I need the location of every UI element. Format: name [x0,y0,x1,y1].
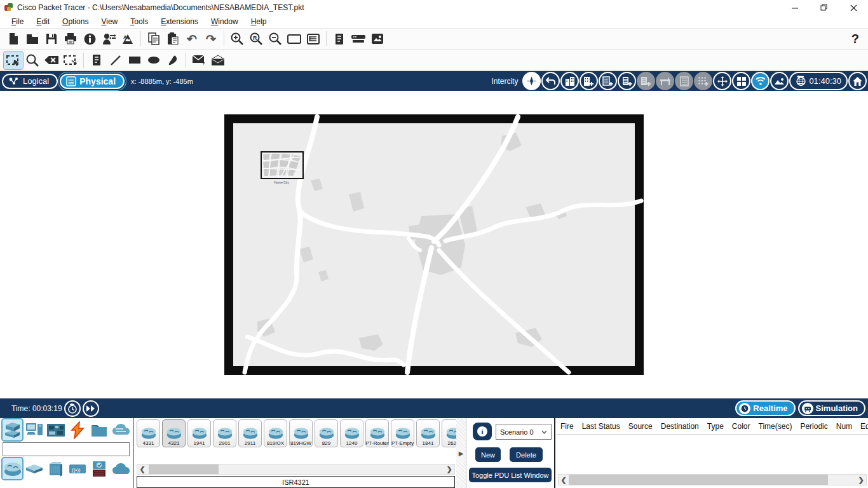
open-icon[interactable] [23,30,42,48]
menu-window[interactable]: Window [205,16,245,27]
home-city-object[interactable] [261,151,304,179]
palette-dialog-icon[interactable] [304,30,323,48]
device-2911[interactable]: 2911 [238,419,262,447]
routers-icon[interactable] [3,458,22,479]
scenario-dropdown[interactable]: Scenario 0 [496,424,552,440]
add-complex-pdu-icon[interactable] [208,51,227,69]
network-devices-icon[interactable] [3,419,22,440]
delete-tool-icon[interactable] [42,51,61,69]
fast-forward-icon[interactable] [83,400,99,417]
restore-button[interactable] [810,0,839,15]
new-city-icon[interactable] [560,72,579,90]
device-829[interactable]: 829 [315,419,338,447]
inspect-tool-icon[interactable] [23,51,42,69]
notes-icon[interactable] [330,30,349,48]
components-icon[interactable] [46,419,65,440]
line-tool-icon[interactable] [106,51,125,69]
viewport-icon[interactable] [285,30,304,48]
navigate-icon[interactable] [522,72,541,90]
end-devices-icon[interactable] [24,419,44,440]
delete-scenario-button[interactable]: Delete [510,447,543,462]
menu-view[interactable]: View [95,16,124,27]
back-icon[interactable] [541,72,560,90]
wireless-devices-icon[interactable]: ((•)) [67,458,87,479]
freehand-tool-icon[interactable] [163,51,182,69]
hubs-icon[interactable] [46,458,65,479]
device-pt-empty[interactable]: PT-Empty [391,419,414,447]
rectangle-tool-icon[interactable] [125,51,144,69]
realtime-button[interactable]: Realtime [735,400,795,416]
device-search-input[interactable] [3,442,130,456]
image-icon[interactable] [368,30,387,48]
pdu-scroll-left-icon[interactable]: ❮ [559,476,569,484]
copy-icon[interactable] [144,30,163,48]
custom-device-icon[interactable] [349,30,368,48]
menu-extensions[interactable]: Extensions [154,16,205,27]
scroll-right-icon[interactable]: ❯ [444,465,454,473]
new-icon[interactable] [4,30,23,48]
menu-edit[interactable]: Edit [30,16,56,27]
tab-physical[interactable]: Physical [60,74,125,89]
redo-icon[interactable]: ↷ [201,30,220,48]
device-819iox[interactable]: 819IOX [264,419,287,447]
connections-icon[interactable] [67,419,87,440]
background-image-icon[interactable] [770,72,789,90]
move-object-icon[interactable] [713,72,731,90]
home-icon[interactable] [848,72,867,90]
help-icon[interactable]: ? [851,32,859,46]
paste-icon[interactable] [163,30,182,48]
multiuser-icon[interactable]: A [118,30,137,48]
scroll-left-icon[interactable]: ❮ [137,465,147,473]
activity-wizard-icon[interactable] [99,30,118,48]
switches-icon[interactable] [24,458,44,479]
new-closet-icon[interactable] [599,72,617,90]
select-tool-icon[interactable] [4,51,23,69]
reset-clock-icon[interactable] [64,400,81,417]
wireless-icon[interactable] [751,72,770,90]
miscellaneous-icon[interactable] [89,419,109,440]
device-819hgw[interactable]: 819HGW [289,419,313,447]
info-icon[interactable] [80,30,99,48]
new-scenario-button[interactable]: New [475,447,501,462]
toggle-pdu-list-button[interactable]: Toggle PDU List Window [469,468,552,482]
simulation-button[interactable]: Simulation [798,400,865,416]
save-icon[interactable] [42,30,61,48]
add-simple-pdu-icon[interactable] [189,51,208,69]
zoom-in-icon[interactable] [227,30,247,48]
new-rack-icon[interactable] [618,72,636,90]
zoom-out-icon[interactable] [266,30,285,48]
menu-options[interactable]: Options [56,16,95,27]
physical-workspace[interactable]: Home City [0,91,868,398]
close-button[interactable] [839,0,868,15]
device-1240[interactable]: 1240 [340,419,363,447]
tab-logical[interactable]: Logical [2,74,58,89]
menu-tools[interactable]: Tools [124,16,154,27]
device-1841[interactable]: 1841 [416,419,440,447]
new-building-icon[interactable] [580,72,598,90]
clock-globe-button[interactable]: 01:40:30 [789,72,848,90]
ellipse-tool-icon[interactable] [144,51,163,69]
resize-tool-icon[interactable] [61,51,80,69]
device-1941[interactable]: 1941 [187,419,211,447]
security-icon[interactable] [89,458,109,479]
minimize-button[interactable] [780,0,810,15]
note-tool-icon[interactable] [87,51,106,69]
pdu-list-scrollbar[interactable]: ❮ ❯ [558,474,867,485]
print-icon[interactable] [61,30,80,48]
multiuser-connection-icon[interactable] [111,419,130,440]
grid-icon[interactable] [732,72,750,90]
panel-collapse-handle[interactable]: ▶ [456,418,466,488]
device-4321[interactable]: 4321 [162,419,186,447]
wan-emulation-icon[interactable] [111,458,130,479]
undo-icon[interactable]: ↶ [182,30,201,48]
device-pt-router[interactable]: PT-Router [365,419,389,447]
menu-file[interactable]: File [5,16,30,27]
zoom-reset-icon[interactable]: R [247,30,266,48]
device-4331[interactable]: 4331 [137,419,160,447]
device-list-scrollbar[interactable]: ❮ ❯ [137,464,455,475]
device-2620[interactable]: 2620 [442,419,456,447]
menu-help[interactable]: Help [245,16,273,27]
device-2901[interactable]: 2901 [213,419,236,447]
scenario-info-button[interactable]: i [473,423,492,440]
intercity-map[interactable]: Home City [224,114,644,375]
